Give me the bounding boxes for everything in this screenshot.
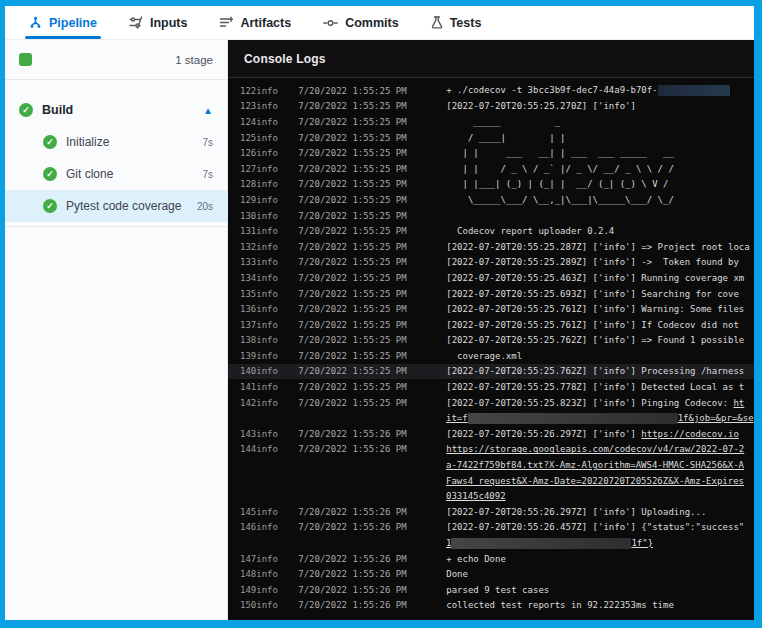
log-line[interactable]: 134info7/20/2022 1:55:25 PM[2022-07-20T2… (228, 270, 754, 286)
log-link[interactable]: 1f&job=&pr=&se (678, 413, 754, 423)
log-line[interactable]: 136info7/20/2022 1:55:25 PM[2022-07-20T2… (228, 301, 754, 317)
log-text: parsed 9 test cases (446, 585, 549, 595)
tab-commits[interactable]: Commits (323, 6, 398, 39)
log-line[interactable]: 124info7/20/2022 1:55:25 PM _____ _ (228, 114, 754, 130)
log-line-number: 144 (228, 444, 256, 454)
log-timestamp: 7/20/2022 1:55:25 PM (298, 273, 446, 283)
log-line-number: 131 (228, 226, 256, 236)
step-row-initialize[interactable]: ✓Initialize7s (5, 126, 227, 158)
step-row-pytest-code-coverage[interactable]: ✓Pytest code coverage20s (5, 190, 227, 222)
log-line[interactable]: 135info7/20/2022 1:55:25 PM[2022-07-20T2… (228, 286, 754, 302)
log-line[interactable]: 132info7/20/2022 1:55:25 PM[2022-07-20T2… (228, 239, 754, 255)
artifacts-icon (219, 16, 233, 29)
check-circle-icon: ✓ (43, 135, 57, 149)
log-line[interactable]: 144info7/20/2022 1:55:26 PMhttps://stora… (228, 442, 754, 458)
log-line[interactable]: 147info7/20/2022 1:55:26 PM+ echo Done (228, 551, 754, 567)
log-link[interactable]: 033145c4092 (446, 491, 506, 501)
log-level: info (256, 195, 298, 205)
log-timestamp: 7/20/2022 1:55:25 PM (298, 148, 446, 158)
log-text: [2022-07-20T20:55:25.463Z] ['info'] Runn… (446, 273, 744, 283)
log-line-number: 140 (228, 366, 256, 376)
log-line[interactable]: a-7422f759bf84.txt?X-Amz-Algorithm=AWS4-… (228, 457, 754, 473)
log-line[interactable]: 133info7/20/2022 1:55:25 PM[2022-07-20T2… (228, 255, 754, 271)
log-line[interactable]: 140info7/20/2022 1:55:25 PM[2022-07-20T2… (228, 364, 754, 380)
log-level: info (256, 522, 298, 532)
log-message: [2022-07-20T20:55:26.297Z] ['info'] http… (446, 429, 754, 439)
console-log-area[interactable]: 122info7/20/2022 1:55:25 PM+ ./codecov -… (228, 78, 754, 620)
log-link[interactable]: https://storage.googleapis.com/codecov/v… (446, 444, 744, 454)
log-message: 11f"} (446, 538, 754, 549)
log-line[interactable]: 139info7/20/2022 1:55:25 PM coverage.xml (228, 348, 754, 364)
stage-group-build[interactable]: ✓ Build ▲ (5, 94, 227, 126)
log-text: | | ___ __| | ___ ___ _____ __ (446, 148, 674, 158)
log-message: [2022-07-20T20:55:26.297Z] ['info'] Uplo… (446, 507, 754, 517)
log-message: 033145c4092 (446, 491, 754, 501)
log-level: info (256, 320, 298, 330)
log-timestamp: 7/20/2022 1:55:26 PM (298, 600, 446, 610)
redacted-secret (468, 413, 678, 424)
log-link[interactable]: Faws4_request&X-Amz-Date=20220720T205526… (446, 476, 744, 486)
log-link[interactable]: ht (733, 398, 744, 408)
log-level: info (256, 507, 298, 517)
tab-pipeline[interactable]: Pipeline (29, 6, 97, 39)
log-line[interactable]: 130info7/20/2022 1:55:25 PM (228, 208, 754, 224)
log-message: collected test reports in 92.222353ms ti… (446, 600, 754, 610)
log-level: info (256, 226, 298, 236)
log-line[interactable]: 126info7/20/2022 1:55:25 PM | | ___ __| … (228, 145, 754, 161)
log-line[interactable]: 145info7/20/2022 1:55:26 PM[2022-07-20T2… (228, 504, 754, 520)
log-line[interactable]: 129info7/20/2022 1:55:25 PM \_____\___/ … (228, 192, 754, 208)
log-timestamp: 7/20/2022 1:55:26 PM (298, 522, 446, 532)
stage-count-label: 1 stage (175, 54, 213, 66)
log-line[interactable]: 131info7/20/2022 1:55:25 PM Codecov repo… (228, 223, 754, 239)
log-line[interactable]: 137info7/20/2022 1:55:25 PM[2022-07-20T2… (228, 317, 754, 333)
log-text: [2022-07-20T20:55:25.270Z] ['info'] (446, 101, 636, 111)
log-line[interactable]: it=f1f&job=&pr=&se (228, 410, 754, 426)
log-link[interactable]: https://codecov.io (641, 429, 739, 439)
log-line[interactable]: 149info7/20/2022 1:55:26 PMparsed 9 test… (228, 582, 754, 598)
log-text: [2022-07-20T20:55:25.823Z] ['info'] Ping… (446, 398, 733, 408)
log-timestamp: 7/20/2022 1:55:25 PM (298, 133, 446, 143)
log-message: \_____\___/ \__,_|\___|\_____\___/ \_/ (446, 195, 754, 205)
log-line[interactable]: 150info7/20/2022 1:55:26 PMcollected tes… (228, 598, 754, 614)
log-link[interactable]: it=f (446, 413, 468, 423)
tab-tests[interactable]: Tests (431, 6, 482, 39)
log-message: + ./codecov -t 3bcc3b9f-dec7-44a9-b70f- (446, 85, 754, 96)
log-line[interactable]: 128info7/20/2022 1:55:25 PM | |___| (_) … (228, 177, 754, 193)
log-text: [2022-07-20T20:55:25.761Z] ['info'] Warn… (446, 304, 744, 314)
tab-inputs[interactable]: Inputs (129, 6, 188, 39)
log-message: Faws4_request&X-Amz-Date=20220720T205526… (446, 476, 754, 486)
log-message: [2022-07-20T20:55:25.761Z] ['info'] If C… (446, 320, 754, 330)
log-message: a-7422f759bf84.txt?X-Amz-Algorithm=AWS4-… (446, 460, 754, 470)
log-link[interactable]: a-7422f759bf84.txt?X-Amz-Algorithm=AWS4-… (446, 460, 744, 470)
log-timestamp: 7/20/2022 1:55:25 PM (298, 86, 446, 96)
log-line[interactable]: 138info7/20/2022 1:55:25 PM[2022-07-20T2… (228, 333, 754, 349)
log-line-number: 123 (228, 101, 256, 111)
log-message: + echo Done (446, 554, 754, 564)
log-line[interactable]: 143info7/20/2022 1:55:26 PM[2022-07-20T2… (228, 426, 754, 442)
log-message: coverage.xml (446, 351, 754, 361)
step-row-git-clone[interactable]: ✓Git clone7s (5, 158, 227, 190)
log-link[interactable]: 1f"} (631, 538, 653, 548)
log-line-number: 129 (228, 195, 256, 205)
log-line[interactable]: 141info7/20/2022 1:55:25 PM[2022-07-20T2… (228, 379, 754, 395)
log-line[interactable]: 127info7/20/2022 1:55:25 PM | | / _ \ / … (228, 161, 754, 177)
log-line[interactable]: 122info7/20/2022 1:55:25 PM+ ./codecov -… (228, 83, 754, 99)
stage-sidebar: 1 stage ✓ Build ▲ ✓Initialize7s✓Git clon… (5, 40, 228, 620)
console-title: Console Logs (244, 52, 326, 66)
log-message: parsed 9 test cases (446, 585, 754, 595)
log-line[interactable]: 148info7/20/2022 1:55:26 PMDone (228, 566, 754, 582)
log-line[interactable]: 11f"} (228, 535, 754, 551)
log-level: info (256, 148, 298, 158)
log-line[interactable]: 033145c4092 (228, 488, 754, 504)
tab-artifacts[interactable]: Artifacts (219, 6, 291, 39)
log-line[interactable]: 146info7/20/2022 1:55:26 PM[2022-07-20T2… (228, 520, 754, 536)
log-line[interactable]: 125info7/20/2022 1:55:25 PM / ____| | | (228, 130, 754, 146)
log-text: collected test reports in 92.222353ms ti… (446, 600, 674, 610)
console-panel: Console Logs 122info7/20/2022 1:55:25 PM… (228, 40, 754, 620)
log-text: [2022-07-20T20:55:26.297Z] ['info'] Uplo… (446, 507, 706, 517)
log-line[interactable]: Faws4_request&X-Amz-Date=20220720T205526… (228, 473, 754, 489)
log-line[interactable]: 123info7/20/2022 1:55:25 PM[2022-07-20T2… (228, 99, 754, 115)
log-line[interactable]: 142info7/20/2022 1:55:25 PM[2022-07-20T2… (228, 395, 754, 411)
log-timestamp: 7/20/2022 1:55:25 PM (298, 117, 446, 127)
chevron-up-icon[interactable]: ▲ (203, 106, 213, 116)
